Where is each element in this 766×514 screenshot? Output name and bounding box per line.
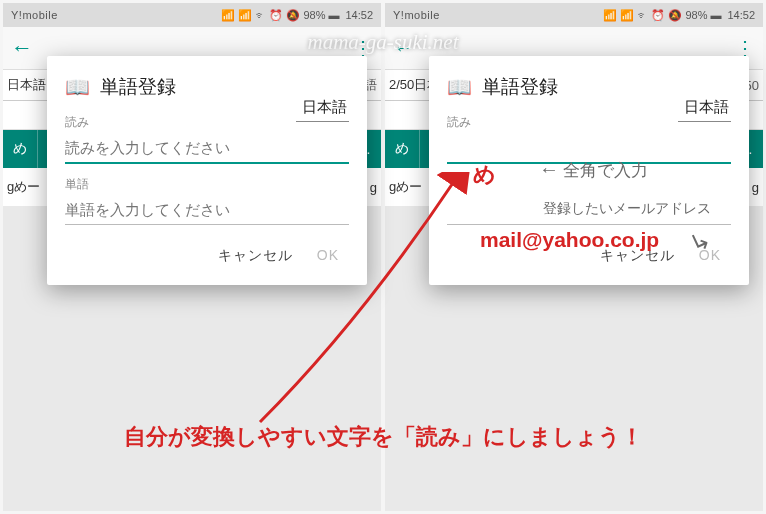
word-register-dialog-left: 📖 単語登録 日本語 読み 単語 キャンセル OK: [47, 56, 367, 285]
language-selector[interactable]: 日本語: [296, 76, 349, 122]
caption-text: 自分が変換しやすい文字を「読み」にしましょう！: [0, 422, 766, 452]
annotation-zenkaku: ←全角で入力: [539, 158, 648, 182]
status-icons: 📶 📶 ᯤ ⏰ 🔕 98% ▬: [603, 9, 721, 22]
tango-label: 単語: [65, 176, 349, 193]
stage: Y!mobile 📶 📶 ᯤ ⏰ 🔕 98% ▬14:52 ← ⋮ 日本語 日本…: [0, 0, 766, 514]
status-bar: Y!mobile 📶 📶 ᯤ ⏰ 🔕 98% ▬14:52: [385, 3, 763, 27]
dialog-buttons: キャンセル OK: [65, 225, 349, 279]
status-icons: 📶 📶 ᯤ ⏰ 🔕 98% ▬: [221, 9, 339, 22]
annotation-yomi-value: め: [473, 160, 496, 190]
dialog-title: 単語登録: [100, 74, 176, 100]
annotation-register: 登録したいメールアドレス: [543, 200, 711, 218]
cancel-button[interactable]: キャンセル: [218, 247, 293, 265]
ok-button[interactable]: OK: [317, 247, 339, 265]
carrier-label: Y!mobile: [11, 9, 58, 21]
carrier-label: Y!mobile: [393, 9, 440, 21]
book-icon: 📖: [65, 75, 90, 99]
status-time: 14:52: [727, 9, 755, 21]
yomi-input[interactable]: [65, 131, 349, 164]
language-selector[interactable]: 日本語: [678, 76, 731, 122]
arrow-left-icon: ←: [539, 158, 559, 180]
tango-input[interactable]: [65, 193, 349, 225]
dialog-title: 単語登録: [482, 74, 558, 100]
annotation-mail-value: mail@yahoo.co.jp: [480, 228, 659, 252]
candidate-chip[interactable]: め: [385, 130, 420, 168]
row2-text: gめー: [7, 178, 40, 196]
row2-text: gめー: [389, 178, 422, 196]
watermark: mama-ga-suki.net: [0, 30, 766, 55]
candidate-chip[interactable]: め: [3, 130, 38, 168]
header-lang: 日本語: [7, 76, 46, 94]
status-time: 14:52: [345, 9, 373, 21]
book-icon: 📖: [447, 75, 472, 99]
status-bar: Y!mobile 📶 📶 ᯤ ⏰ 🔕 98% ▬14:52: [3, 3, 381, 27]
